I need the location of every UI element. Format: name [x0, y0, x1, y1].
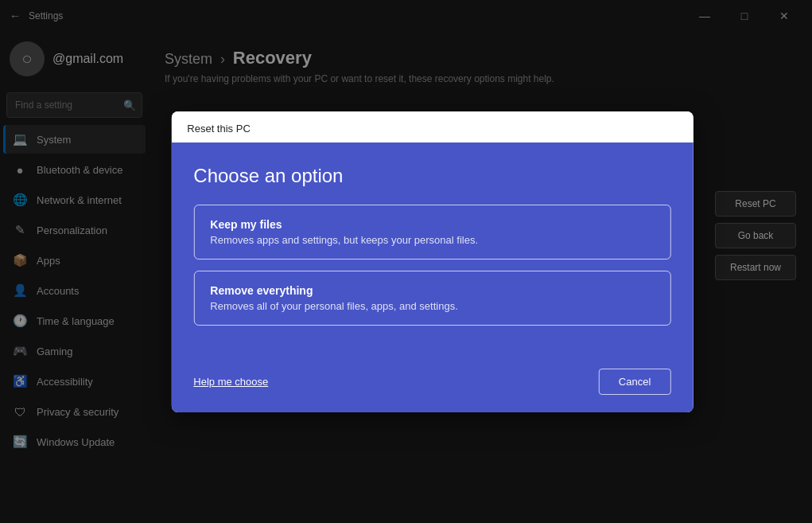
cancel-button[interactable]: Cancel [599, 369, 670, 395]
keep-files-description: Removes apps and settings, but keeps you… [210, 234, 654, 246]
dialog-footer: Help me choose Cancel [171, 362, 693, 412]
reset-pc-dialog: Reset this PC Choose an option Keep my f… [171, 111, 693, 412]
keep-files-title: Keep my files [210, 218, 654, 231]
remove-everything-title: Remove everything [210, 284, 654, 297]
remove-everything-description: Removes all of your personal files, apps… [210, 300, 654, 312]
help-me-choose-link[interactable]: Help me choose [193, 376, 268, 388]
dialog-header-title: Reset this PC [187, 123, 677, 135]
remove-everything-option[interactable]: Remove everything Removes all of your pe… [193, 271, 670, 326]
dialog-header: Reset this PC [171, 111, 693, 142]
dialog-body: Choose an option Keep my files Removes a… [171, 142, 693, 362]
keep-my-files-option[interactable]: Keep my files Removes apps and settings,… [193, 205, 670, 260]
dialog-choose-title: Choose an option [193, 165, 670, 187]
